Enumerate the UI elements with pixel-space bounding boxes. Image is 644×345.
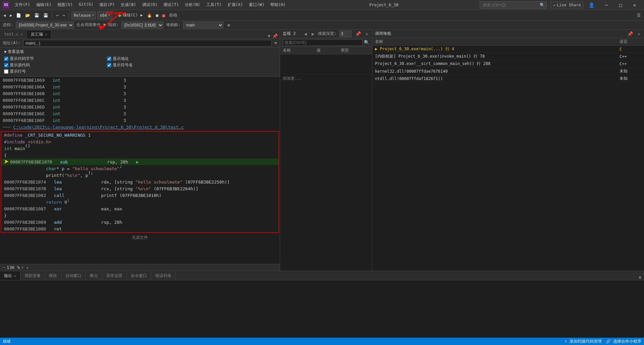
monitor-nav-back[interactable]: ◀ bbox=[303, 31, 308, 37]
address-input[interactable] bbox=[23, 40, 272, 47]
callstack-row-3[interactable]: kernel32.dll!00007ffdae7676140 未知 bbox=[372, 68, 644, 75]
option-show-address-checkbox[interactable] bbox=[107, 57, 111, 61]
live-share-button[interactable]: ↗ Live Share bbox=[551, 2, 583, 8]
callstack-row-4[interactable]: ntdll.dll!00007ffdaf1826f1() 未知 bbox=[372, 75, 644, 82]
menu-build[interactable]: 生成(B) bbox=[118, 1, 139, 8]
config-arrow: ▼ bbox=[92, 14, 94, 17]
monitor-search-icon[interactable]: 🔍 bbox=[364, 40, 369, 45]
live-share-label: Live Share bbox=[557, 3, 581, 7]
tab-test-c[interactable]: test.c ✕ bbox=[0, 30, 27, 39]
tab-test-c-label: test.c bbox=[4, 32, 18, 37]
auto-dropdown[interactable]: 自动 bbox=[168, 12, 178, 19]
menu-test[interactable]: 测试(T) bbox=[161, 1, 181, 8]
account-icon[interactable]: 👤 bbox=[587, 2, 596, 8]
bottom-tab-command[interactable]: 命令窗口 bbox=[127, 271, 151, 280]
tab-disasm-close[interactable]: ✕ bbox=[45, 32, 47, 36]
monitor-close-btn[interactable]: ✕ bbox=[365, 31, 369, 37]
callstack-pin-btn[interactable]: 📌 bbox=[626, 31, 634, 37]
address-arrow-btn[interactable]: ▼ bbox=[274, 41, 277, 46]
monitor-nav-forward[interactable]: ▶ bbox=[311, 31, 315, 37]
option-show-bytes-checkbox[interactable] bbox=[4, 57, 8, 61]
process-select[interactable]: [0x8398] Project_6_30.exe bbox=[16, 22, 74, 28]
tab-disasm[interactable]: 反汇编 ✕ bbox=[27, 30, 51, 39]
debug-settings-btn[interactable]: ⚙ bbox=[226, 22, 231, 28]
toolbar-save-all-btn[interactable]: 💾 bbox=[42, 12, 50, 18]
bottom-tab-output[interactable]: 输出 ✕ bbox=[0, 271, 20, 280]
tab-test-c-close[interactable]: ✕ bbox=[20, 32, 22, 36]
status-add-source-btn[interactable]: ↑ 添加到源代码管理 bbox=[565, 339, 601, 344]
bottom-tab-locals[interactable]: 局部变量 bbox=[20, 271, 45, 280]
monitor-search-input[interactable] bbox=[283, 39, 363, 46]
step-over-button[interactable]: ■ bbox=[161, 12, 166, 19]
option-show-lines-checkbox[interactable] bbox=[4, 69, 8, 74]
zoom-out-btn[interactable]: ─ bbox=[3, 265, 5, 270]
bottom-tab-breakpoints[interactable]: 断点 bbox=[86, 271, 102, 280]
bottom-tab-dropdown[interactable]: ▼ bbox=[636, 275, 644, 280]
option-show-bytes: 显示代码字节 bbox=[4, 56, 100, 62]
callstack-row-2-name: Project_6_30.exe!__scrt_common_main_seh(… bbox=[372, 60, 617, 68]
minimize-button[interactable]: ─ bbox=[600, 1, 613, 9]
bottom-tab-exceptions[interactable]: 异常设置 bbox=[102, 271, 127, 280]
menu-view[interactable]: 视图(V) bbox=[55, 1, 75, 8]
source-line-lea-rcx: 00007FF6B3BE107B lea rcx, [string "%s\n"… bbox=[1, 185, 278, 192]
disasm-view[interactable]: 00007FF6B3BE1069 int 3 00007FF6B3BE106A … bbox=[0, 77, 280, 264]
options-collapse-icon[interactable]: ▼ bbox=[4, 50, 6, 54]
callstack-row-2[interactable]: Project_6_30.exe!__scrt_common_main_seh(… bbox=[372, 60, 644, 68]
toolbar-forward-btn[interactable]: ▶ bbox=[8, 12, 13, 18]
callstack-close-btn[interactable]: ✕ bbox=[637, 31, 641, 37]
bottom-tab-command-label: 命令窗口 bbox=[131, 273, 147, 279]
bottom-tab-errors[interactable]: 错误列表 bbox=[151, 271, 176, 280]
toolbar-menu-btn[interactable]: ☰ bbox=[636, 12, 642, 18]
monitor-header-row: 名称 值 类型 bbox=[280, 47, 372, 54]
callstack-row-0[interactable]: ▶ Project_6_30.exe!main(...) 行 4 C bbox=[372, 46, 644, 53]
toolbar-redo-btn[interactable]: ↪ bbox=[61, 12, 66, 18]
toolbar-new-btn[interactable]: 📄 bbox=[15, 12, 22, 18]
restart-button[interactable]: ■ bbox=[155, 12, 160, 18]
zoom-reset-btn[interactable]: ▸ bbox=[26, 265, 29, 270]
menu-window[interactable]: 窗口(W) bbox=[246, 1, 267, 8]
bottom-content[interactable] bbox=[0, 280, 644, 338]
option-show-source-checkbox[interactable] bbox=[4, 63, 8, 67]
menu-project[interactable]: 项目(P) bbox=[97, 1, 117, 8]
source-line-add-rsp: 00007FF6B3BE1089 add rsp, 28h bbox=[1, 219, 278, 225]
menu-git[interactable]: Git(G) bbox=[76, 1, 96, 8]
monitor-depth-input[interactable] bbox=[339, 30, 352, 37]
menu-edit[interactable]: 编辑(E) bbox=[34, 1, 54, 8]
disasm-line: 00007FF6B3BE106F int 3 bbox=[0, 117, 280, 124]
platform-dropdown[interactable]: x64 ▼ bbox=[97, 11, 112, 19]
menu-debug[interactable]: 调试(D) bbox=[140, 1, 160, 8]
close-button[interactable]: ✕ bbox=[628, 1, 641, 9]
stack-select[interactable]: main bbox=[183, 22, 223, 28]
monitor-table: 名称 值 类型 bbox=[280, 47, 372, 74]
config-dropdown[interactable]: Release ▼ bbox=[71, 11, 96, 19]
menu-tools[interactable]: 工具(T) bbox=[204, 1, 224, 8]
toolbar-open-btn[interactable]: 📂 bbox=[24, 12, 32, 18]
option-show-symbols-label: 显示符号名 bbox=[113, 62, 133, 68]
toolbar-undo-btn[interactable]: ↩ bbox=[55, 12, 60, 18]
global-search-input[interactable] bbox=[480, 1, 547, 9]
option-spacer2 bbox=[206, 62, 209, 68]
menu-extensions[interactable]: 扩展(X) bbox=[225, 1, 246, 8]
tab-pin-btn[interactable]: 📌 bbox=[272, 33, 278, 39]
menu-analyze[interactable]: 分析(N) bbox=[182, 1, 203, 8]
status-select-btn[interactable]: 🔗 选择合作小程序 bbox=[606, 339, 641, 344]
bottom-tab-modules[interactable]: 模块 bbox=[45, 271, 61, 280]
tab-dropdown-btn[interactable]: ▼ bbox=[268, 33, 270, 39]
stop-button[interactable]: 🔥 bbox=[146, 12, 153, 18]
zoom-in-btn[interactable]: + bbox=[21, 265, 24, 270]
maximize-button[interactable]: □ bbox=[614, 1, 627, 9]
bottom-tab-output-close[interactable]: ✕ bbox=[14, 274, 16, 278]
toolbar-save-btn[interactable]: 💾 bbox=[33, 12, 41, 18]
add-watch-button[interactable]: 添加更... bbox=[280, 74, 372, 83]
callstack-row-1[interactable]: [内联框架] Project_6_30.exe!invoke_main() 行 … bbox=[372, 53, 644, 60]
menu-help[interactable]: 帮助(H) bbox=[268, 1, 288, 8]
option-show-symbols-checkbox[interactable] bbox=[107, 63, 111, 67]
monitor-pin-btn[interactable]: 📌 bbox=[354, 31, 362, 37]
continue-button[interactable]: ▶ 继续(C) ▶ bbox=[117, 11, 144, 19]
toolbar-back-btn[interactable]: ◀ bbox=[2, 12, 7, 18]
editor-tab-bar: test.c ✕ 反汇编 ✕ ▼ 📌 bbox=[0, 29, 280, 39]
search-icon: 🔍 bbox=[540, 3, 545, 7]
bottom-tab-autos[interactable]: 自动窗口 bbox=[61, 271, 86, 280]
thread-select[interactable]: [0x1656C] 主线程 bbox=[121, 22, 163, 28]
menu-file[interactable]: 文件(F) bbox=[12, 1, 33, 8]
